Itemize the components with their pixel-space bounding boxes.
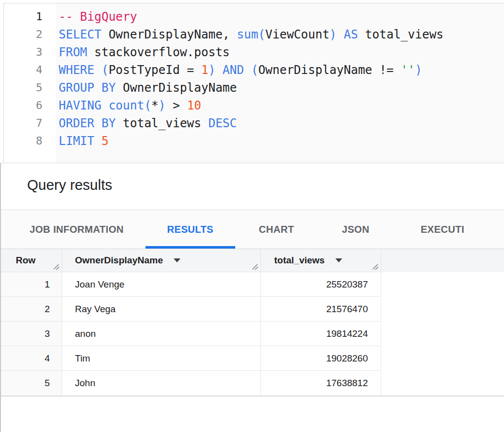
code-line[interactable]: WHERE (PostTypeId = 1) AND (OwnerDisplay… [59,61,504,79]
code-line[interactable]: LIMIT 5 [59,132,504,150]
table-row: 2Ray Vega21576470 [1,297,504,322]
total-views-cell: 19028260 [261,346,381,371]
code-token-plain [102,99,108,112]
code-token-plain: OwnerDisplayName [116,81,237,95]
row-number-cell: 4 [1,346,62,371]
tab-results[interactable]: RESULTS [145,210,235,249]
table-row: 5John17638812 [1,371,504,396]
tab-label: JOB INFORMATION [30,224,124,235]
table-row: 1Joan Venge25520387 [1,272,504,297]
column-resize-handle-icon[interactable] [52,263,60,270]
tab-label: RESULTS [167,224,214,235]
code-token-plain: total_views [116,116,209,130]
column-label: OwnerDisplayName [75,255,163,266]
line-number: 1 [4,8,42,26]
code-token-kw: count( [108,99,151,112]
row-filler-cell [381,322,504,346]
bottom-whitespace [1,397,504,432]
code-token-kw: AS [344,28,358,41]
code-token-kw: ) [329,28,336,41]
column-header-filler [381,249,504,272]
query-results-section: Query results JOB INFORMATION RESULTS CH… [0,163,504,432]
table-row: 4Tim19028260 [1,346,504,371]
line-number: 4 [4,61,42,79]
column-label: Row [16,255,36,266]
code-token-kw: AND [222,63,244,77]
sql-editor-section: 12345678 -- BigQuerySELECT OwnerDisplayN… [0,0,504,163]
code-line[interactable]: HAVING count(*) > 10 [59,97,504,114]
code-token-plain: * [151,99,158,112]
sort-dropdown-icon[interactable] [335,258,342,262]
line-number: 5 [4,79,42,97]
code-token-kw: ) [158,99,165,112]
tab-chart[interactable]: CHART [237,210,316,249]
results-tab-bar: JOB INFORMATION RESULTS CHART JSON EXECU… [1,210,504,249]
row-number-cell: 3 [1,322,62,346]
code-token-kw: DESC [208,116,237,130]
code-token-kw: SELECT [59,28,102,41]
code-token-plain [94,63,101,77]
code-token-str: '' [401,63,415,77]
code-token-kw: ) [415,63,422,77]
code-line[interactable]: SELECT OwnerDisplayName, sum(ViewCount) … [59,26,504,43]
total-views-cell: 19814224 [261,322,381,346]
line-number: 2 [4,26,42,43]
tab-label: CHART [259,224,294,235]
code-token-num: 10 [187,99,201,112]
tab-execution-details[interactable]: EXECUTI [399,210,486,249]
results-table-header: Row OwnerDisplayName total_views [1,249,504,272]
code-token-kw: HAVING [59,99,102,112]
code-token-plain: PostTypeId = [108,63,201,77]
results-table: Row OwnerDisplayName total_views [1,249,504,397]
results-table-body: 1Joan Venge255203872Ray Vega215764703ano… [1,272,504,396]
tab-label: EXECUTI [421,224,465,235]
code-token-plain: > [166,99,187,112]
code-token-plain [94,134,101,148]
line-number: 3 [4,43,42,61]
sort-dropdown-icon[interactable] [174,258,180,262]
column-header-ownerdisplayname[interactable]: OwnerDisplayName [62,249,261,272]
owner-display-name-cell: Joan Venge [62,272,261,297]
code-line[interactable]: ORDER BY total_views DESC [59,114,504,132]
column-resize-handle-icon[interactable] [371,263,379,270]
code-token-plain: OwnerDisplayName, [102,28,237,41]
code-token-plain [337,28,344,41]
code-line[interactable]: GROUP BY OwnerDisplayName [59,79,504,97]
code-line[interactable]: -- BigQuery [59,8,504,26]
row-filler-cell [381,371,504,396]
code-token-plain [216,63,222,77]
total-views-cell: 21576470 [261,297,381,322]
page-title: Query results [27,177,504,193]
code-line[interactable]: FROM stackoverflow.posts [59,43,504,61]
row-filler-cell [381,272,504,297]
code-token-kw: sum( [237,28,265,41]
query-results-header: Query results [1,163,504,210]
tab-json[interactable]: JSON [320,210,391,249]
code-token-kw: ( [102,63,108,77]
column-header-total-views[interactable]: total_views [261,249,381,272]
code-token-num: 1 [201,63,208,77]
column-resize-handle-icon[interactable] [251,263,258,270]
row-number-cell: 5 [1,371,62,396]
owner-display-name-cell: anon [62,322,261,346]
total-views-cell: 17638812 [261,371,381,396]
tab-job-information[interactable]: JOB INFORMATION [8,210,145,249]
line-number: 8 [4,132,42,150]
code-token-kw: WHERE [59,63,94,77]
code-token-plain: total_views [358,28,443,41]
code-token-num: 5 [102,134,108,148]
code-token-kw: ) [208,63,215,77]
code-area[interactable]: -- BigQuerySELECT OwnerDisplayName, sum(… [56,3,504,163]
line-number: 7 [4,114,42,132]
code-token-kw: FROM [59,45,87,59]
table-row: 3anon19814224 [1,322,504,346]
row-number-cell: 1 [1,272,62,297]
column-label: total_views [274,255,324,266]
line-number: 6 [4,97,42,114]
code-token-plain [244,63,251,77]
owner-display-name-cell: Tim [62,346,261,371]
sql-editor[interactable]: 12345678 -- BigQuerySELECT OwnerDisplayN… [3,3,504,163]
line-number-gutter: 12345678 [4,3,56,163]
code-token-kw: GROUP BY [59,81,116,95]
code-token-plain: stackoverflow.posts [87,45,230,59]
